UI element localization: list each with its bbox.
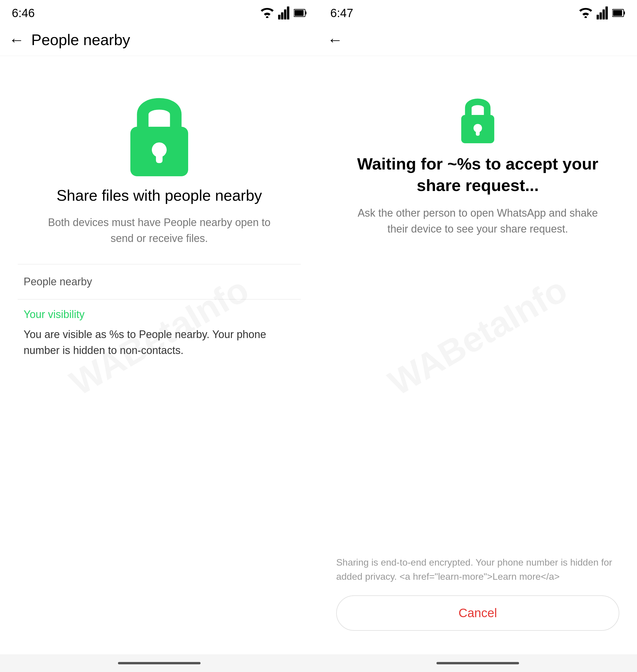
home-indicator-left	[0, 654, 318, 672]
svg-rect-1	[278, 15, 280, 19]
svg-rect-14	[602, 10, 605, 19]
right-screen: WABetaInfo 6:47	[318, 0, 637, 672]
back-button-left[interactable]: ←	[9, 32, 24, 48]
waiting-subtitle: Ask the other person to open WhatsApp an…	[352, 205, 603, 237]
visibility-section: Your visibility You are visible as %s to…	[18, 302, 301, 358]
page-title-left: People nearby	[31, 31, 130, 49]
left-screen: WABetaInfo 6:46	[0, 0, 318, 672]
svg-rect-3	[284, 10, 286, 19]
signal-icon-left	[277, 6, 290, 19]
status-bar-left: 6:46	[0, 0, 318, 23]
share-title: Share files with people nearby	[57, 186, 262, 206]
home-indicator-right	[318, 654, 637, 672]
status-icons-right	[579, 6, 625, 19]
svg-rect-12	[597, 15, 599, 19]
svg-rect-17	[624, 12, 625, 15]
visibility-heading: Your visibility	[23, 308, 295, 321]
svg-rect-13	[600, 12, 602, 19]
status-time-left: 6:46	[12, 6, 35, 20]
svg-rect-15	[605, 6, 608, 19]
share-subtitle: Both devices must have People nearby ope…	[41, 214, 277, 246]
status-time-right: 6:47	[330, 6, 353, 20]
divider-top	[18, 264, 301, 264]
waiting-title: Waiting for ~%s to accept your share req…	[345, 153, 611, 196]
svg-rect-21	[476, 128, 480, 136]
divider-bottom	[18, 299, 301, 299]
signal-icon-right	[596, 6, 609, 19]
home-bar-right	[436, 662, 519, 664]
bottom-section-right: Sharing is end-to-end encrypted. Your ph…	[318, 555, 637, 654]
battery-icon-right	[612, 6, 625, 19]
svg-rect-4	[287, 6, 289, 19]
visibility-text: You are visible as %s to People nearby. …	[23, 326, 295, 358]
app-bar-right: ←	[318, 23, 637, 56]
home-bar-left	[118, 662, 201, 664]
lock-icon-large	[118, 86, 201, 168]
main-content-left: Share files with people nearby Both devi…	[0, 56, 318, 654]
svg-point-11	[584, 16, 587, 18]
people-nearby-label: People nearby	[18, 267, 301, 296]
status-icons-left	[261, 6, 307, 19]
encrypted-text: Sharing is end-to-end encrypted. Your ph…	[336, 555, 619, 583]
cancel-button[interactable]: Cancel	[336, 595, 619, 631]
svg-rect-18	[613, 10, 622, 16]
battery-icon-left	[294, 6, 307, 19]
wifi-icon-right	[579, 6, 592, 19]
svg-point-0	[266, 16, 268, 18]
svg-rect-10	[156, 150, 163, 163]
wifi-icon-left	[261, 6, 274, 19]
status-bar-right: 6:47	[318, 0, 637, 23]
main-content-right: Waiting for ~%s to accept your share req…	[318, 56, 637, 555]
svg-rect-2	[281, 12, 284, 19]
svg-rect-7	[295, 10, 304, 16]
back-button-right[interactable]: ←	[327, 32, 343, 48]
app-bar-left: ← People nearby	[0, 23, 318, 56]
lock-icon-small	[454, 91, 501, 138]
svg-rect-6	[305, 12, 306, 15]
